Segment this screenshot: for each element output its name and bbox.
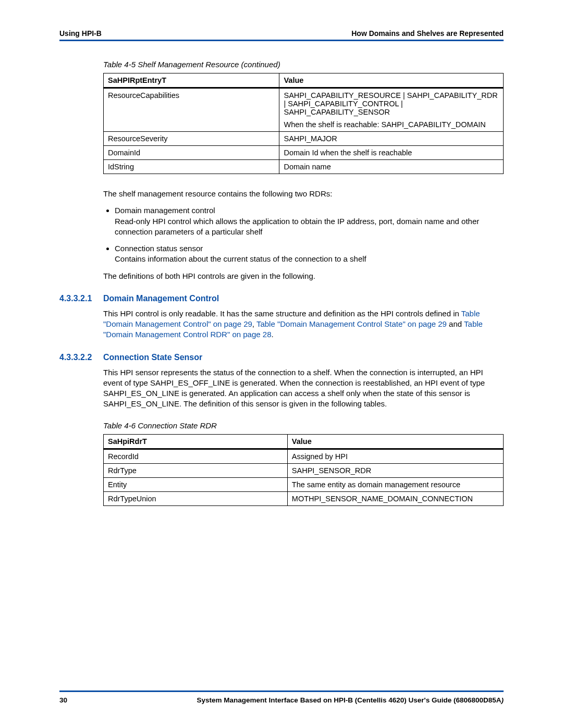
header-left: Using HPI-B (59, 29, 102, 38)
th: Value (287, 434, 503, 449)
table-row: Entity The same entity as domain managem… (104, 477, 504, 491)
td: RdrTypeUnion (104, 491, 288, 505)
paragraph: The shelf management resource contains t… (103, 189, 504, 199)
list-item-title: Connection status sensor (115, 244, 203, 253)
section-title: Connection State Sensor (103, 353, 202, 362)
table-4-6: SaHpiRdrT Value RecordId Assigned by HPI… (103, 434, 504, 506)
table-row: ResourceSeverity SAHPI_MAJOR (104, 132, 504, 146)
td: The same entity as domain management res… (287, 477, 503, 491)
text: and (447, 319, 464, 328)
list-item-title: Domain management control (115, 206, 215, 215)
td: Entity (104, 477, 288, 491)
td: DomainId (104, 146, 279, 160)
td: ResourceCapabilities (104, 88, 279, 132)
table-row: DomainId Domain Id when the shelf is rea… (104, 146, 504, 160)
list-item: Domain management control Read-only HPI … (115, 205, 504, 237)
td: SAHPI_CAPABILITY_RESOURCE | SAHPI_CAPABI… (279, 88, 504, 132)
text: . (272, 330, 274, 339)
footer-doc-title: System Management Interface Based on HPI… (197, 696, 504, 704)
page-number: 30 (59, 696, 67, 704)
td: Domain name (279, 160, 504, 174)
td: IdString (104, 160, 279, 174)
th: Value (279, 73, 504, 88)
th: SaHpiRdrT (104, 434, 288, 449)
text: System Management Interface Based on HPI… (197, 696, 501, 704)
table-row: ResourceCapabilities SAHPI_CAPABILITY_RE… (104, 88, 504, 132)
paragraph: This HPI sensor represents the status of… (103, 367, 504, 410)
content-column: Table 4-5 Shelf Management Resource (con… (103, 60, 504, 506)
table-4-5-caption: Table 4-5 Shelf Management Resource (con… (103, 60, 504, 69)
cell-line: SAHPI_CAPABILITY_RESOURCE | SAHPI_CAPABI… (284, 91, 499, 116)
paragraph: The definitions of both HPI controls are… (103, 271, 504, 281)
list-item: Connection status sensor Contains inform… (115, 243, 504, 265)
td: Assigned by HPI (287, 449, 503, 463)
table-4-6-caption: Table 4-6 Connection State RDR (103, 421, 504, 430)
section-title: Domain Management Control (103, 294, 219, 303)
rdr-list: Domain management control Read-only HPI … (103, 205, 504, 264)
text: ) (501, 696, 504, 704)
table-row: RecordId Assigned by HPI (104, 449, 504, 463)
text: This HPI control is only readable. It ha… (103, 309, 461, 318)
td: SAHPI_SENSOR_RDR (287, 463, 503, 477)
footer-row: 30 System Management Interface Based on … (59, 696, 504, 704)
section-heading-4-3-3-2-2: 4.3.3.2.2 Connection State Sensor (59, 353, 504, 362)
header-rule (59, 40, 504, 41)
th: SaHPIRptEntryT (104, 73, 279, 88)
xref-link[interactable]: Table "Domain Management Control State" … (256, 319, 447, 328)
list-item-desc: Contains information about the current s… (115, 254, 366, 263)
table-row: RdrTypeUnion MOTHPI_SENSOR_NAME_DOMAIN_C… (104, 491, 504, 505)
td: RdrType (104, 463, 288, 477)
section-heading-4-3-3-2-1: 4.3.3.2.1 Domain Management Control (59, 294, 504, 303)
table-header-row: SaHpiRdrT Value (104, 434, 504, 449)
td: MOTHPI_SENSOR_NAME_DOMAIN_CONNECTION (287, 491, 503, 505)
td: SAHPI_MAJOR (279, 132, 504, 146)
table-header-row: SaHPIRptEntryT Value (104, 73, 504, 88)
running-footer: 30 System Management Interface Based on … (59, 690, 504, 704)
running-header: Using HPI-B How Domains and Shelves are … (59, 29, 504, 38)
section-number: 4.3.3.2.2 (59, 353, 103, 362)
td: ResourceSeverity (104, 132, 279, 146)
table-row: IdString Domain name (104, 160, 504, 174)
list-item-desc: Read-only HPI control which allows the a… (115, 217, 479, 236)
page: Using HPI-B How Domains and Shelves are … (0, 0, 563, 728)
table-4-5: SaHPIRptEntryT Value ResourceCapabilitie… (103, 73, 504, 174)
paragraph: This HPI control is only readable. It ha… (103, 309, 504, 340)
td: RecordId (104, 449, 288, 463)
cell-line: When the shelf is reachable: SAHPI_CAPAB… (284, 120, 499, 129)
table-row: RdrType SAHPI_SENSOR_RDR (104, 463, 504, 477)
header-right: How Domains and Shelves are Represented (351, 29, 504, 38)
section-number: 4.3.3.2.1 (59, 294, 103, 303)
footer-rule (59, 690, 504, 692)
td: Domain Id when the shelf is reachable (279, 146, 504, 160)
text: , (252, 319, 256, 328)
